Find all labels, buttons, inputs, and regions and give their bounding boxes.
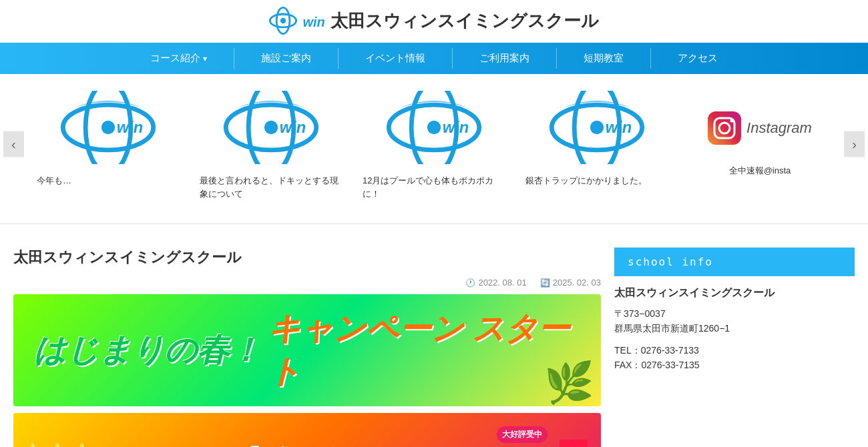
nav-item-5[interactable]: アクセス [651, 43, 744, 74]
site-header: win 太田スウィンスイミングスクール [0, 0, 868, 43]
carousel-next-button[interactable]: › [844, 131, 865, 157]
logo[interactable]: win 太田スウィンスイミングスクール [269, 7, 598, 35]
spring-decoration: 🌿 [544, 359, 594, 406]
svg-point-5 [101, 121, 115, 134]
refresh-icon: 🔄 [540, 278, 550, 288]
content-area: 太田スウィンスイミングスクール 🕐 2022. 08. 01 🔄 2025. 0… [13, 248, 614, 447]
school-sidebar-name: 太田スウィンスイミングスクール [614, 286, 855, 300]
nav-item-0[interactable]: コース紹介 [124, 43, 234, 74]
banner-main-text: 月々キャンペーン [247, 443, 368, 447]
win-logo-1: win [218, 87, 324, 167]
logo-icon [269, 7, 297, 35]
carousel-track: win 今年も… win 最後と言われると、ドキッとする現象について win 1… [27, 87, 841, 200]
svg-point-17 [590, 121, 604, 134]
carousel-item-1[interactable]: win 最後と言われると、ドキッとする現象について [190, 87, 353, 200]
spring-sub-text: キャンペーン スタート [268, 308, 581, 393]
win-logo-3: win [544, 87, 650, 167]
nav-item-1[interactable]: 施設ご案内 [234, 43, 338, 74]
nav-item-3[interactable]: ご利用案内 [453, 43, 556, 74]
carousel-caption-0: 今年も… [33, 174, 183, 187]
svg-text:win: win [117, 119, 143, 136]
school-postal: 〒373−0037 [614, 308, 855, 320]
carousel-section: ‹ win 今年も… win 最後と言われると、ドキッとする現象について win… [0, 74, 868, 213]
carousel-prev-button[interactable]: ‹ [3, 131, 24, 157]
logo-text: win 太田スウィンスイミングスクール [302, 9, 598, 33]
school-info-header: school info [614, 248, 855, 276]
svg-text:win: win [606, 119, 632, 136]
banner-badge: 大好評受中 [497, 426, 548, 443]
banner-haru-label: 春 [560, 440, 588, 447]
date-created: 🕐 2022. 08. 01 [465, 278, 526, 288]
school-tel: TEL：0276-33-7133 [614, 345, 855, 357]
nav-item-4[interactable]: 短期教室 [557, 43, 650, 74]
banner-stars: ⭐⭐⭐ [20, 442, 94, 448]
svg-text:win: win [280, 119, 306, 136]
page-title: 太田スウィンスイミングスクール [13, 248, 601, 268]
svg-point-2 [280, 18, 286, 23]
section-divider [0, 223, 868, 224]
date-updated: 🔄 2025. 02. 03 [540, 278, 601, 288]
instagram-text: Instagram [746, 119, 812, 137]
spring-banner: はじまりの春！ キャンペーン スタート 🌿 [13, 294, 601, 406]
svg-point-22 [730, 119, 734, 122]
carousel-item-3[interactable]: win 銀杏トラップにかかりました。 [515, 87, 678, 200]
instagram-caption: 全中速報@insta [729, 165, 791, 177]
carousel-caption-2: 12月はプールで心も体もポカポカに！ [359, 174, 509, 200]
date-line: 🕐 2022. 08. 01 🔄 2025. 02. 03 [13, 278, 601, 288]
win-logo-2: win [381, 87, 487, 167]
carousel-caption-1: 最後と言われると、ドキッとする現象について [196, 174, 346, 200]
svg-text:win: win [443, 119, 469, 136]
carousel-item-2[interactable]: win 12月はプールで心も体もポカポカに！ [353, 87, 515, 200]
svg-point-13 [427, 121, 441, 134]
win-logo-0: win [55, 87, 162, 167]
school-address: 群馬県太田市新道町1260−1 [614, 323, 855, 335]
school-fax: FAX：0276-33-7135 [614, 360, 855, 372]
logo-prefix: win [302, 15, 324, 29]
svg-point-9 [264, 121, 278, 134]
spring-main-text: はじまりの春！ [33, 329, 261, 372]
calendar-icon: 🕐 [465, 278, 475, 288]
nav-item-2[interactable]: イベント情報 [339, 43, 452, 74]
bottom-campaign-banner[interactable]: ⭐⭐⭐ 月々キャンペーン 大好評受中 春 [13, 413, 601, 447]
carousel-item-0[interactable]: win 今年も… [27, 87, 190, 200]
instagram-logo: Instagram [708, 111, 812, 145]
main-body: 太田スウィンスイミングスクール 🕐 2022. 08. 01 🔄 2025. 0… [0, 234, 868, 447]
carousel-item-4[interactable]: Instagram全中速報@insta [678, 87, 841, 200]
carousel-caption-3: 銀杏トラップにかかりました。 [522, 174, 672, 187]
main-nav: コース紹介施設ご案内イベント情報ご利用案内短期教室アクセス [0, 43, 868, 74]
svg-rect-19 [708, 111, 741, 145]
sidebar: school info 太田スウィンスイミングスクール 〒373−0037 群馬… [614, 248, 855, 447]
